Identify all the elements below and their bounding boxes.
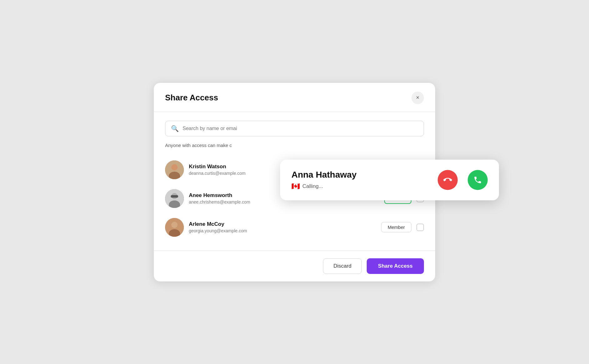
modal-footer: Discard Share Access xyxy=(154,250,435,281)
avatar xyxy=(165,218,184,237)
user-email: georgia.young@example.com xyxy=(189,228,376,233)
calling-card: Anna Hathaway 🇨🇦 Calling... xyxy=(280,160,499,200)
search-box: 🔍 xyxy=(165,121,424,136)
table-row: Arlene McCoy georgia.young@example.com M… xyxy=(165,213,424,242)
accept-call-button[interactable] xyxy=(468,170,488,190)
discard-button[interactable]: Discard xyxy=(323,258,362,274)
caller-name: Anna Hathaway xyxy=(291,170,428,180)
svg-point-1 xyxy=(171,164,178,170)
svg-rect-6 xyxy=(171,195,178,198)
close-button[interactable]: × xyxy=(411,92,424,104)
calling-status: Calling... xyxy=(302,183,323,190)
access-note: Anyone with access can make c xyxy=(165,143,424,148)
search-input[interactable] xyxy=(183,126,418,131)
flag-icon: 🇨🇦 xyxy=(291,182,300,190)
decline-call-button[interactable] xyxy=(438,170,458,190)
user-info: Arlene McCoy georgia.young@example.com xyxy=(189,221,376,233)
role-badge-member[interactable]: Member xyxy=(381,222,411,232)
modal-header: Share Access × xyxy=(154,83,435,112)
avatar xyxy=(165,189,184,208)
close-icon: × xyxy=(416,94,420,101)
decline-icon xyxy=(443,176,452,185)
accept-icon xyxy=(473,176,482,185)
caller-status: 🇨🇦 Calling... xyxy=(291,182,428,190)
svg-point-8 xyxy=(171,222,178,228)
user-name: Arlene McCoy xyxy=(189,221,376,227)
checkbox[interactable] xyxy=(416,224,424,231)
caller-info: Anna Hathaway 🇨🇦 Calling... xyxy=(291,170,428,190)
search-icon: 🔍 xyxy=(171,125,179,132)
avatar xyxy=(165,160,184,179)
modal-title: Share Access xyxy=(165,93,218,103)
share-access-button[interactable]: Share Access xyxy=(367,258,424,274)
